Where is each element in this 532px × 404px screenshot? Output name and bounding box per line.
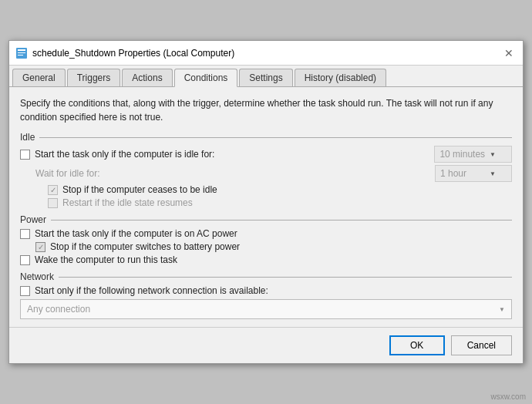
description-text: Specify the conditions that, along with … — [20, 96, 512, 124]
tab-conditions[interactable]: Conditions — [174, 69, 238, 87]
tab-actions[interactable]: Actions — [122, 69, 172, 86]
svg-rect-3 — [18, 55, 23, 56]
network-section-label: Network — [20, 271, 54, 282]
network-connection-arrow: ▼ — [499, 306, 505, 313]
network-start-label: Start only if the following network conn… — [35, 285, 268, 296]
title-bar: schedule_Shutdown Properties (Local Comp… — [9, 41, 523, 66]
power-ac-checkbox[interactable] — [20, 229, 30, 239]
bottom-bar: OK Cancel — [9, 327, 523, 363]
tab-general[interactable]: General — [12, 69, 66, 86]
idle-stop-checkbox[interactable] — [48, 185, 58, 195]
idle-duration-select[interactable]: 10 minutes ▼ — [434, 146, 512, 163]
watermark: wsxw.com — [490, 392, 526, 401]
power-section-line — [51, 220, 512, 221]
close-button[interactable]: ✕ — [501, 45, 517, 61]
power-ac-row: Start the task only if the computer is o… — [20, 228, 512, 239]
idle-wait-select[interactable]: 1 hour ▼ — [435, 165, 512, 182]
idle-start-row: Start the task only if the computer is i… — [20, 146, 512, 163]
idle-start-checkbox[interactable] — [20, 150, 30, 160]
tab-content: Specify the conditions that, along with … — [9, 87, 523, 327]
idle-start-label: Start the task only if the computer is i… — [35, 149, 214, 160]
idle-restart-label: Restart if the idle state resumes — [62, 197, 193, 208]
idle-start-label-group: Start the task only if the computer is i… — [20, 149, 214, 160]
network-start-row: Start only if the following network conn… — [20, 285, 512, 296]
network-section-line — [59, 277, 512, 278]
tab-history[interactable]: History (disabled) — [295, 69, 386, 86]
tab-settings[interactable]: Settings — [239, 69, 292, 86]
idle-restart-checkbox[interactable] — [48, 198, 58, 208]
idle-section-header: Idle — [20, 132, 512, 143]
ok-button[interactable]: OK — [389, 335, 445, 355]
power-ac-label: Start the task only if the computer is o… — [35, 228, 237, 239]
network-start-checkbox[interactable] — [20, 286, 30, 296]
title-icon — [15, 47, 28, 59]
idle-stop-label: Stop if the computer ceases to be idle — [62, 184, 217, 195]
power-wake-label: Wake the computer to run this task — [35, 254, 177, 265]
idle-stop-row: Stop if the computer ceases to be idle — [20, 184, 512, 195]
network-section-header: Network — [20, 271, 512, 282]
title-text: schedule_Shutdown Properties (Local Comp… — [32, 48, 234, 59]
idle-duration-arrow: ▼ — [490, 151, 496, 158]
power-section-label: Power — [20, 214, 46, 225]
idle-section-line — [39, 137, 512, 138]
idle-duration-value: 10 minutes — [439, 149, 485, 160]
idle-wait-label: Wait for idle for: — [20, 168, 435, 179]
svg-rect-2 — [18, 52, 25, 53]
power-battery-row: Stop if the computer switches to battery… — [20, 241, 512, 252]
idle-wait-value: 1 hour — [440, 168, 466, 179]
idle-wait-row: Wait for idle for: 1 hour ▼ — [20, 165, 512, 182]
power-wake-checkbox[interactable] — [20, 255, 30, 265]
idle-section-label: Idle — [20, 132, 35, 143]
power-battery-label: Stop if the computer switches to battery… — [50, 241, 240, 252]
power-section-header: Power — [20, 214, 512, 225]
power-battery-checkbox[interactable] — [35, 242, 45, 252]
svg-rect-1 — [18, 49, 25, 51]
tab-bar: General Triggers Actions Conditions Sett… — [9, 66, 523, 87]
power-wake-row: Wake the computer to run this task — [20, 254, 512, 265]
idle-restart-row: Restart if the idle state resumes — [20, 197, 512, 208]
title-bar-left: schedule_Shutdown Properties (Local Comp… — [15, 47, 234, 59]
tab-triggers[interactable]: Triggers — [67, 69, 121, 86]
network-connection-select[interactable]: Any connection ▼ — [20, 299, 512, 319]
dialog-window: schedule_Shutdown Properties (Local Comp… — [8, 40, 524, 364]
network-connection-value: Any connection — [27, 304, 90, 315]
idle-wait-arrow: ▼ — [490, 170, 496, 177]
cancel-button[interactable]: Cancel — [451, 335, 512, 355]
